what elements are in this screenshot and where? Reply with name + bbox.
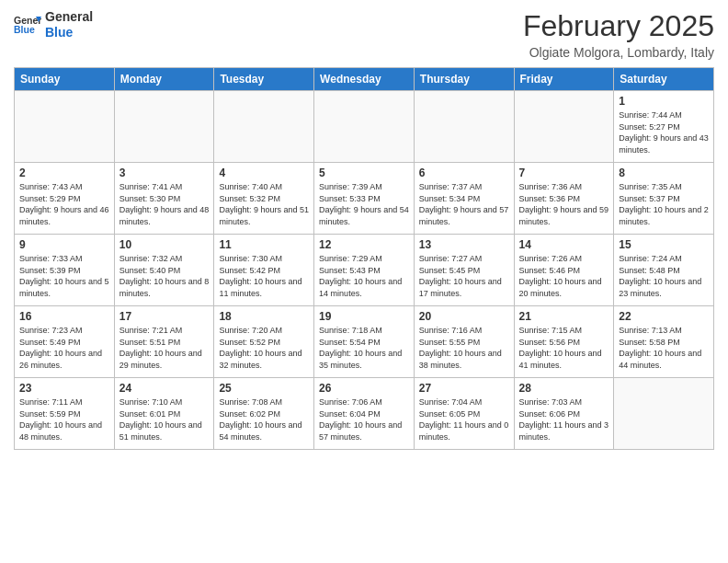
day-number-w4-d2: 25 <box>219 382 309 395</box>
day-info-w4-d0: Sunrise: 7:11 AM Sunset: 5:59 PM Dayligh… <box>19 396 109 442</box>
day-number-w2-d3: 12 <box>319 238 409 251</box>
day-number-w1-d4: 6 <box>419 167 509 179</box>
title-area: February 2025 Olgiate Molgora, Lombardy,… <box>523 9 714 60</box>
day-info-w3-d2: Sunrise: 7:20 AM Sunset: 5:52 PM Dayligh… <box>219 325 309 371</box>
header-saturday: Saturday <box>614 68 714 91</box>
day-info-w1-d2: Sunrise: 7:40 AM Sunset: 5:32 PM Dayligh… <box>219 181 309 227</box>
cell-w0-d6: 1Sunrise: 7:44 AM Sunset: 5:27 PM Daylig… <box>614 91 714 163</box>
day-number-w4-d5: 28 <box>519 382 609 395</box>
day-info-w1-d4: Sunrise: 7:37 AM Sunset: 5:34 PM Dayligh… <box>419 181 509 227</box>
cell-w3-d0: 16Sunrise: 7:23 AM Sunset: 5:49 PM Dayli… <box>15 306 115 378</box>
logo-icon: General Blue <box>14 11 41 39</box>
cell-w0-d0 <box>15 91 115 163</box>
day-number-w2-d2: 11 <box>219 238 309 251</box>
day-number-w2-d1: 10 <box>119 238 210 251</box>
cell-w1-d4: 6Sunrise: 7:37 AM Sunset: 5:34 PM Daylig… <box>414 163 514 235</box>
day-number-w3-d6: 22 <box>619 310 709 323</box>
day-number-w1-d0: 2 <box>19 167 109 179</box>
week-row-3: 16Sunrise: 7:23 AM Sunset: 5:49 PM Dayli… <box>15 306 714 378</box>
cell-w2-d4: 13Sunrise: 7:27 AM Sunset: 5:45 PM Dayli… <box>414 235 514 306</box>
day-info-w3-d6: Sunrise: 7:13 AM Sunset: 5:58 PM Dayligh… <box>619 325 709 371</box>
day-info-w3-d0: Sunrise: 7:23 AM Sunset: 5:49 PM Dayligh… <box>19 325 109 371</box>
cell-w0-d3 <box>314 91 415 163</box>
day-info-w4-d3: Sunrise: 7:06 AM Sunset: 6:04 PM Dayligh… <box>319 396 409 442</box>
day-info-w2-d0: Sunrise: 7:33 AM Sunset: 5:39 PM Dayligh… <box>19 253 109 299</box>
cell-w3-d4: 20Sunrise: 7:16 AM Sunset: 5:55 PM Dayli… <box>414 306 514 378</box>
day-info-w0-d6: Sunrise: 7:44 AM Sunset: 5:27 PM Dayligh… <box>619 109 709 155</box>
month-title: February 2025 <box>523 9 714 43</box>
week-row-4: 23Sunrise: 7:11 AM Sunset: 5:59 PM Dayli… <box>15 378 714 450</box>
day-number-w3-d4: 20 <box>419 310 509 323</box>
day-number-w1-d2: 4 <box>219 167 309 179</box>
cell-w2-d6: 15Sunrise: 7:24 AM Sunset: 5:48 PM Dayli… <box>614 235 714 306</box>
day-number-w2-d4: 13 <box>419 238 509 251</box>
cell-w3-d6: 22Sunrise: 7:13 AM Sunset: 5:58 PM Dayli… <box>614 306 714 378</box>
cell-w4-d2: 25Sunrise: 7:08 AM Sunset: 6:02 PM Dayli… <box>214 378 314 450</box>
cell-w1-d5: 7Sunrise: 7:36 AM Sunset: 5:36 PM Daylig… <box>514 163 614 235</box>
location: Olgiate Molgora, Lombardy, Italy <box>523 45 714 60</box>
logo: General Blue General Blue <box>14 9 93 40</box>
weekday-header-row: Sunday Monday Tuesday Wednesday Thursday… <box>15 68 714 91</box>
week-row-1: 2Sunrise: 7:43 AM Sunset: 5:29 PM Daylig… <box>15 163 714 235</box>
header-wednesday: Wednesday <box>314 68 415 91</box>
cell-w3-d1: 17Sunrise: 7:21 AM Sunset: 5:51 PM Dayli… <box>114 306 214 378</box>
day-number-w2-d5: 14 <box>519 238 609 251</box>
header: General Blue General Blue February 2025 … <box>14 9 714 60</box>
day-info-w2-d6: Sunrise: 7:24 AM Sunset: 5:48 PM Dayligh… <box>619 253 709 299</box>
day-number-w3-d2: 18 <box>219 310 309 323</box>
cell-w1-d3: 5Sunrise: 7:39 AM Sunset: 5:33 PM Daylig… <box>314 163 415 235</box>
day-number-w1-d5: 7 <box>519 167 609 179</box>
cell-w0-d2 <box>214 91 314 163</box>
day-info-w1-d5: Sunrise: 7:36 AM Sunset: 5:36 PM Dayligh… <box>519 181 609 227</box>
day-info-w3-d5: Sunrise: 7:15 AM Sunset: 5:56 PM Dayligh… <box>519 325 609 371</box>
svg-text:Blue: Blue <box>14 24 35 35</box>
cell-w2-d3: 12Sunrise: 7:29 AM Sunset: 5:43 PM Dayli… <box>314 235 415 306</box>
day-number-w4-d4: 27 <box>419 382 509 395</box>
day-number-w1-d6: 8 <box>619 167 709 179</box>
day-info-w4-d5: Sunrise: 7:03 AM Sunset: 6:06 PM Dayligh… <box>519 396 609 442</box>
day-number-w1-d3: 5 <box>319 167 409 179</box>
cell-w4-d4: 27Sunrise: 7:04 AM Sunset: 6:05 PM Dayli… <box>414 378 514 450</box>
cell-w1-d6: 8Sunrise: 7:35 AM Sunset: 5:37 PM Daylig… <box>614 163 714 235</box>
day-info-w2-d2: Sunrise: 7:30 AM Sunset: 5:42 PM Dayligh… <box>219 253 309 299</box>
header-friday: Friday <box>514 68 614 91</box>
cell-w1-d0: 2Sunrise: 7:43 AM Sunset: 5:29 PM Daylig… <box>15 163 115 235</box>
day-number-w1-d1: 3 <box>119 167 210 179</box>
header-tuesday: Tuesday <box>214 68 314 91</box>
day-info-w3-d3: Sunrise: 7:18 AM Sunset: 5:54 PM Dayligh… <box>319 325 409 371</box>
day-number-w3-d3: 19 <box>319 310 409 323</box>
day-number-w0-d6: 1 <box>619 95 709 108</box>
logo-general: General <box>45 9 93 25</box>
day-info-w1-d3: Sunrise: 7:39 AM Sunset: 5:33 PM Dayligh… <box>319 181 409 227</box>
day-info-w4-d1: Sunrise: 7:10 AM Sunset: 6:01 PM Dayligh… <box>119 396 210 442</box>
day-info-w3-d1: Sunrise: 7:21 AM Sunset: 5:51 PM Dayligh… <box>119 325 210 371</box>
day-info-w2-d5: Sunrise: 7:26 AM Sunset: 5:46 PM Dayligh… <box>519 253 609 299</box>
calendar: Sunday Monday Tuesday Wednesday Thursday… <box>14 67 714 450</box>
cell-w2-d5: 14Sunrise: 7:26 AM Sunset: 5:46 PM Dayli… <box>514 235 614 306</box>
cell-w4-d3: 26Sunrise: 7:06 AM Sunset: 6:04 PM Dayli… <box>314 378 415 450</box>
header-thursday: Thursday <box>414 68 514 91</box>
day-number-w3-d1: 17 <box>119 310 210 323</box>
cell-w1-d1: 3Sunrise: 7:41 AM Sunset: 5:30 PM Daylig… <box>114 163 214 235</box>
day-info-w2-d4: Sunrise: 7:27 AM Sunset: 5:45 PM Dayligh… <box>419 253 509 299</box>
cell-w2-d0: 9Sunrise: 7:33 AM Sunset: 5:39 PM Daylig… <box>15 235 115 306</box>
cell-w3-d5: 21Sunrise: 7:15 AM Sunset: 5:56 PM Dayli… <box>514 306 614 378</box>
cell-w4-d5: 28Sunrise: 7:03 AM Sunset: 6:06 PM Dayli… <box>514 378 614 450</box>
cell-w3-d2: 18Sunrise: 7:20 AM Sunset: 5:52 PM Dayli… <box>214 306 314 378</box>
day-number-w2-d0: 9 <box>19 238 109 251</box>
day-info-w1-d0: Sunrise: 7:43 AM Sunset: 5:29 PM Dayligh… <box>19 181 109 227</box>
day-info-w2-d1: Sunrise: 7:32 AM Sunset: 5:40 PM Dayligh… <box>119 253 210 299</box>
page: General Blue General Blue February 2025 … <box>0 0 728 563</box>
cell-w2-d1: 10Sunrise: 7:32 AM Sunset: 5:40 PM Dayli… <box>114 235 214 306</box>
cell-w3-d3: 19Sunrise: 7:18 AM Sunset: 5:54 PM Dayli… <box>314 306 415 378</box>
cell-w4-d6 <box>614 378 714 450</box>
cell-w4-d0: 23Sunrise: 7:11 AM Sunset: 5:59 PM Dayli… <box>15 378 115 450</box>
day-info-w4-d2: Sunrise: 7:08 AM Sunset: 6:02 PM Dayligh… <box>219 396 309 442</box>
day-number-w4-d1: 24 <box>119 382 210 395</box>
day-info-w2-d3: Sunrise: 7:29 AM Sunset: 5:43 PM Dayligh… <box>319 253 409 299</box>
cell-w2-d2: 11Sunrise: 7:30 AM Sunset: 5:42 PM Dayli… <box>214 235 314 306</box>
week-row-2: 9Sunrise: 7:33 AM Sunset: 5:39 PM Daylig… <box>15 235 714 306</box>
day-info-w1-d1: Sunrise: 7:41 AM Sunset: 5:30 PM Dayligh… <box>119 181 210 227</box>
cell-w0-d1 <box>114 91 214 163</box>
week-row-0: 1Sunrise: 7:44 AM Sunset: 5:27 PM Daylig… <box>15 91 714 163</box>
